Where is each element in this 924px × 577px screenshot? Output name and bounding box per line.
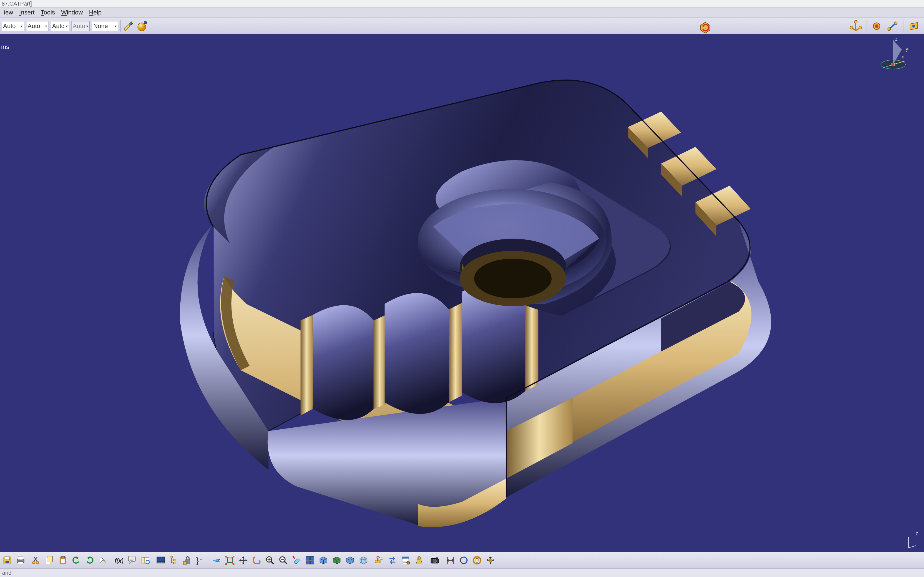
svg-text:?: ? [103,560,106,565]
lock-icon[interactable] [181,554,194,566]
graphic-properties-toolbar: Auto▾ Auto▾ Autc▾ Auto▾ None▾ [0,18,924,35]
separator [120,20,121,32]
menu-view[interactable]: iew [1,8,16,17]
svg-rect-66 [436,557,438,558]
svg-point-7 [888,27,891,31]
measure-between-icon[interactable] [444,554,456,566]
dynamic-sectioning-icon[interactable] [457,554,470,566]
axis-system-icon[interactable] [850,20,862,32]
linetype-combo: Auto▾ [71,21,90,31]
image-capture-icon[interactable] [155,554,167,566]
menubar: iew Insert Tools Window Help [0,8,924,18]
redo-icon[interactable] [84,554,96,566]
svg-text:}: } [196,556,199,565]
svg-rect-47 [183,561,186,564]
formula-icon[interactable]: f(x) [112,554,125,566]
svg-rect-43 [170,556,173,558]
svg-rect-23 [6,561,9,563]
update-icon[interactable] [698,18,713,34]
properties-icon[interactable] [400,554,412,566]
svg-text:y: y [906,46,908,52]
viewport-3d[interactable]: ms y x z z [0,34,924,552]
status-message: and [2,570,11,576]
comment-icon[interactable] [126,554,138,566]
cut-icon[interactable] [30,554,42,566]
svg-point-29 [36,561,39,564]
swap-space-icon[interactable] [386,554,399,566]
zoom-in-icon[interactable] [264,554,276,566]
cad-part [46,44,878,542]
svg-point-65 [433,559,437,563]
painter-icon[interactable] [123,20,134,32]
weight-icon[interactable] [413,554,425,566]
fit-all-icon[interactable] [224,554,236,566]
svg-point-27 [23,560,23,561]
point-icon[interactable] [871,20,882,32]
pan-icon[interactable] [237,554,249,566]
svg-rect-25 [18,557,23,560]
svg-rect-50 [228,558,233,563]
svg-rect-22 [5,557,10,560]
svg-rect-55 [306,561,310,564]
apply-material-icon[interactable] [137,20,149,32]
titlebar: 87.CATPart] [0,0,924,8]
bottom-toolbar: ? f(x) }= [0,552,924,569]
transparency-combo[interactable]: Auto▾ [26,21,48,31]
svg-rect-54 [310,556,314,560]
svg-rect-31 [48,556,53,562]
svg-rect-34 [61,559,65,563]
manipulation-icon[interactable] [471,554,483,566]
print-icon[interactable] [15,554,27,566]
svg-rect-44 [174,559,176,561]
separator [866,20,866,32]
svg-text:x: x [902,55,904,59]
svg-point-4 [859,26,862,29]
save-icon[interactable] [1,554,13,566]
svg-text:f(x): f(x) [115,558,123,564]
undo-icon[interactable] [70,554,82,566]
svg-point-2 [855,20,858,23]
svg-point-28 [32,561,35,564]
hide-show-icon[interactable] [373,554,385,566]
multiview-icon[interactable] [304,554,316,566]
lineweight-combo[interactable]: Autc▾ [51,21,69,31]
svg-rect-12 [892,63,895,66]
svg-text:z: z [895,37,898,42]
whats-this-icon[interactable]: ? [97,554,109,566]
camera-icon[interactable] [429,554,441,566]
spec-tree-item[interactable]: ms [0,43,10,51]
compass[interactable]: y x z [875,37,914,76]
plane-icon[interactable] [908,20,919,32]
zoom-out-icon[interactable] [277,554,289,566]
tree-view-icon[interactable] [168,554,180,566]
normal-view-icon[interactable] [291,554,303,566]
svg-rect-41 [157,557,165,561]
iso-view-icon[interactable] [317,554,330,566]
menu-window[interactable]: Window [58,8,86,17]
wireframe-icon[interactable] [357,554,370,566]
color-combo[interactable]: Auto▾ [2,21,24,31]
separator [903,20,903,32]
menu-tools[interactable]: Tools [38,8,58,17]
shading-mode-icon[interactable] [331,554,343,566]
brace-icon[interactable]: }= [195,554,207,566]
catalog-icon[interactable] [139,554,152,566]
hidden-edges-icon[interactable] [344,554,356,566]
rotate-icon[interactable] [250,554,263,566]
menu-insert[interactable]: Insert [16,8,37,17]
svg-point-9 [912,25,915,28]
svg-point-20 [474,259,552,298]
menu-help[interactable]: Help [86,8,104,17]
svg-rect-62 [407,561,409,564]
svg-point-6 [875,24,878,28]
line-icon[interactable] [887,20,899,32]
orbit-icon[interactable] [484,554,496,566]
svg-rect-33 [61,556,65,558]
statusbar: and [0,568,924,577]
copy-icon[interactable] [44,554,56,566]
layer-combo[interactable]: None▾ [92,21,118,31]
svg-point-0 [132,21,133,23]
svg-text:=: = [200,557,202,561]
fly-icon[interactable] [210,554,223,566]
paste-icon[interactable] [57,554,69,566]
